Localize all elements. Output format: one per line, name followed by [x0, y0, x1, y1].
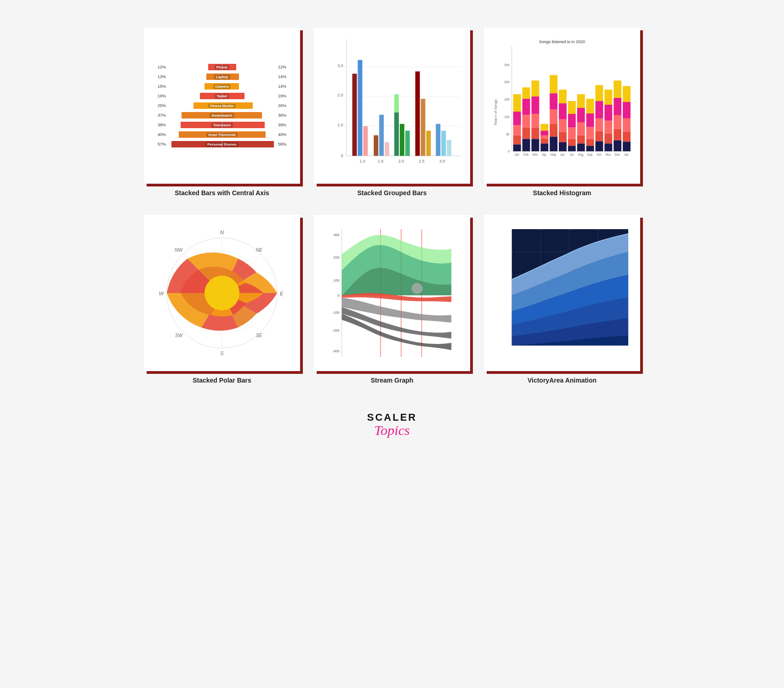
svg-rect-109 [614, 129, 621, 141]
svg-text:3.0: 3.0 [439, 159, 445, 164]
svg-rect-106 [614, 80, 621, 98]
svg-rect-25 [421, 99, 426, 156]
svg-rect-114 [623, 118, 631, 132]
svg-text:100: 100 [504, 115, 510, 118]
area-svg: 0 10 20 30 40 50 1.0 2.0 3.0 4.0 5.0 [491, 222, 633, 364]
footer-scaler-text: SCALER [367, 412, 417, 423]
svg-rect-103 [604, 134, 612, 144]
svg-rect-112 [623, 86, 631, 102]
svg-text:0: 0 [337, 293, 340, 298]
svg-rect-107 [614, 98, 621, 115]
stream-svg: 300 200 100 0 -100 -200 -300 [321, 222, 463, 364]
svg-rect-64 [550, 75, 557, 93]
svg-rect-88 [586, 99, 594, 113]
svg-text:1.0: 1.0 [359, 159, 365, 164]
svg-rect-52 [531, 80, 539, 96]
svg-rect-85 [577, 135, 585, 144]
svg-text:50: 50 [505, 229, 509, 233]
svg-rect-113 [623, 102, 631, 118]
svg-rect-43 [513, 135, 521, 145]
svg-rect-108 [614, 115, 621, 129]
svg-rect-97 [596, 131, 603, 141]
svg-rect-80 [568, 146, 576, 151]
svg-rect-48 [523, 115, 530, 128]
chart-2-label: Stacked Grouped Bars [358, 189, 427, 197]
svg-text:S: S [220, 350, 224, 356]
svg-text:250: 250 [504, 63, 510, 67]
svg-rect-94 [596, 85, 603, 101]
footer: SCALER Topics [367, 412, 417, 437]
svg-text:2.0: 2.0 [398, 159, 404, 164]
svg-rect-16 [363, 126, 368, 156]
svg-text:5.0: 5.0 [625, 349, 630, 353]
svg-text:1.5: 1.5 [378, 159, 383, 164]
svg-rect-55 [531, 128, 539, 139]
chart-4-label: Stacked Polar Bars [193, 377, 251, 384]
chart-6-card: 0 10 20 30 40 50 1.0 2.0 3.0 4.0 5.0 [484, 215, 640, 371]
svg-rect-96 [596, 118, 603, 131]
svg-rect-102 [604, 121, 612, 134]
svg-rect-47 [523, 99, 530, 115]
stacked-bars-chart: 12% Phone 12% 13% [151, 35, 293, 176]
svg-text:Jun: Jun [560, 153, 565, 156]
svg-rect-110 [614, 141, 621, 152]
bar-row-fitness: 25% Fitness Monitor 26% [156, 102, 288, 109]
svg-text:May: May [551, 153, 557, 157]
svg-rect-14 [352, 73, 357, 156]
svg-rect-89 [586, 113, 594, 127]
svg-rect-78 [568, 128, 576, 139]
svg-text:2.0: 2.0 [538, 349, 544, 353]
svg-text:1.0: 1.0 [509, 349, 515, 353]
chart-6-label: VictoryArea Animation [528, 377, 597, 384]
svg-text:200: 200 [504, 80, 510, 84]
svg-rect-23 [405, 131, 410, 156]
chart-6-wrapper: 0 10 20 30 40 50 1.0 2.0 3.0 4.0 5.0 Vic… [484, 215, 640, 384]
svg-rect-73 [559, 132, 567, 142]
svg-text:NW: NW [175, 248, 183, 253]
svg-text:-200: -200 [332, 328, 340, 333]
polar-svg: N E W S NE NW SE SW [153, 224, 291, 362]
svg-rect-62 [540, 143, 548, 151]
svg-rect-61 [540, 139, 548, 144]
footer-logo: SCALER Topics [367, 412, 417, 437]
chart-3-label: Stacked Histogram [533, 189, 591, 197]
svg-text:20: 20 [505, 297, 509, 301]
svg-text:Nov: Nov [606, 153, 611, 156]
bar-row-camera: 15% Camera 14% [156, 83, 288, 90]
svg-rect-101 [604, 105, 612, 121]
svg-rect-68 [550, 137, 557, 152]
svg-text:100: 100 [333, 278, 340, 282]
svg-rect-21 [394, 94, 399, 113]
svg-rect-100 [604, 90, 612, 105]
svg-rect-24 [415, 71, 420, 156]
svg-text:-300: -300 [332, 349, 340, 353]
svg-rect-49 [523, 128, 530, 139]
chart-2-wrapper: 0 1.0 2.0 3.0 1.0 1.5 2.0 2.5 3.0 [314, 28, 470, 197]
svg-text:Oct: Oct [597, 153, 601, 156]
svg-rect-46 [523, 87, 530, 99]
svg-rect-82 [577, 94, 585, 108]
svg-rect-22 [400, 124, 404, 156]
svg-text:NE: NE [256, 248, 262, 253]
svg-text:W: W [159, 291, 165, 296]
polar-chart-container: N E W S NE NW SE SW [151, 222, 293, 364]
svg-rect-84 [577, 123, 585, 135]
charts-grid: 12% Phone 12% 13% [144, 28, 640, 384]
grouped-bars-svg: 0 1.0 2.0 3.0 1.0 1.5 2.0 2.5 3.0 [321, 35, 463, 176]
svg-text:SE: SE [256, 333, 262, 338]
bar-row-phone: 12% Phone 12% [156, 64, 288, 70]
svg-text:SW: SW [175, 333, 183, 338]
svg-rect-54 [531, 114, 539, 128]
bar-row-laptop: 13% Laptop 14% [156, 73, 288, 80]
svg-text:Dec: Dec [614, 153, 620, 156]
svg-text:3.0: 3.0 [567, 349, 572, 353]
svg-text:Aug: Aug [578, 153, 584, 157]
svg-rect-27 [436, 124, 440, 156]
svg-text:30: 30 [505, 274, 509, 278]
svg-rect-56 [531, 139, 539, 152]
chart-4-card: N E W S NE NW SE SW [144, 215, 300, 371]
chart-4-wrapper: N E W S NE NW SE SW Stacked Polar Bars [144, 215, 300, 384]
svg-text:Songs listened to in 2020: Songs listened to in 2020 [539, 39, 585, 44]
svg-rect-95 [596, 101, 603, 118]
svg-text:200: 200 [333, 255, 340, 259]
